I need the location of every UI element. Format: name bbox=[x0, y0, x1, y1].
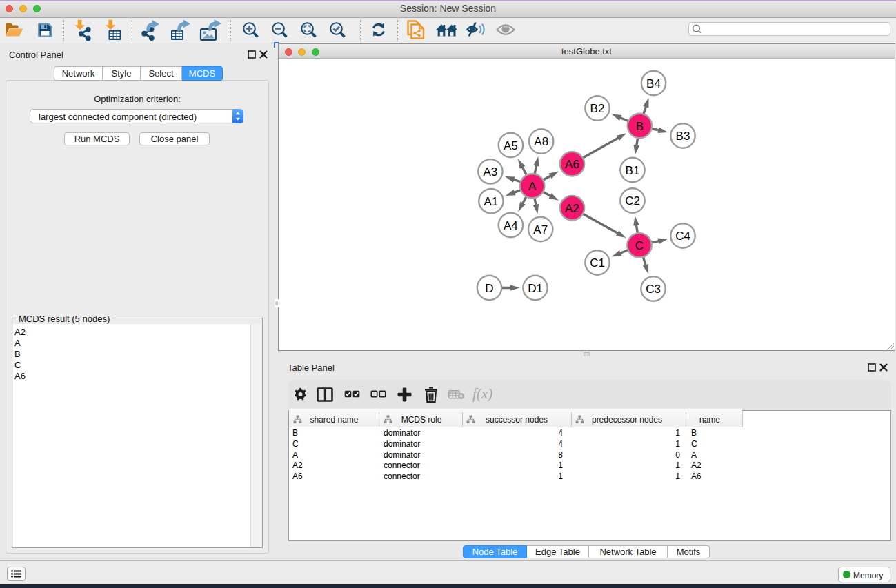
svg-text:C2: C2 bbox=[625, 194, 640, 207]
svg-text:A: A bbox=[528, 180, 537, 193]
svg-text:A7: A7 bbox=[533, 223, 548, 236]
svg-text:A5: A5 bbox=[504, 139, 518, 152]
svg-text:A8: A8 bbox=[534, 135, 548, 148]
svg-text:C: C bbox=[635, 239, 644, 252]
svg-text:B4: B4 bbox=[646, 77, 661, 90]
svg-text:D1: D1 bbox=[528, 282, 543, 295]
svg-text:A1: A1 bbox=[484, 195, 499, 208]
svg-text:C3: C3 bbox=[646, 283, 661, 296]
svg-text:B3: B3 bbox=[676, 130, 690, 143]
svg-text:A3: A3 bbox=[484, 165, 498, 179]
svg-text:D: D bbox=[485, 282, 493, 295]
svg-text:C4: C4 bbox=[675, 230, 690, 243]
svg-text:A2: A2 bbox=[565, 202, 579, 215]
svg-text:B1: B1 bbox=[626, 164, 640, 177]
svg-text:B: B bbox=[636, 120, 644, 133]
svg-text:A4: A4 bbox=[504, 219, 518, 232]
svg-text:C1: C1 bbox=[590, 256, 605, 270]
svg-text:A6: A6 bbox=[565, 158, 579, 171]
svg-text:B2: B2 bbox=[590, 102, 605, 115]
